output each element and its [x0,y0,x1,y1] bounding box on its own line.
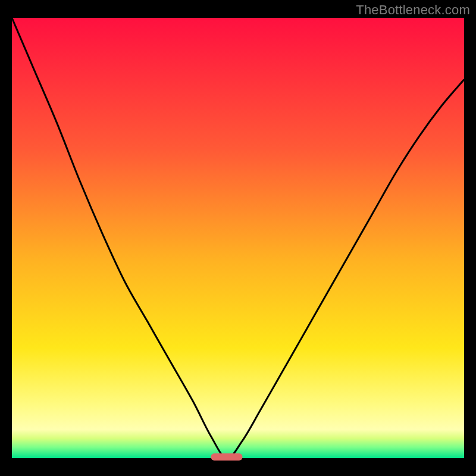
attribution-label: TheBottleneck.com [356,2,470,18]
optimum-marker [211,453,242,461]
chart-stage: TheBottleneck.com [0,0,476,476]
chart-background-gradient [12,18,464,458]
bottleneck-chart-svg [0,0,476,476]
